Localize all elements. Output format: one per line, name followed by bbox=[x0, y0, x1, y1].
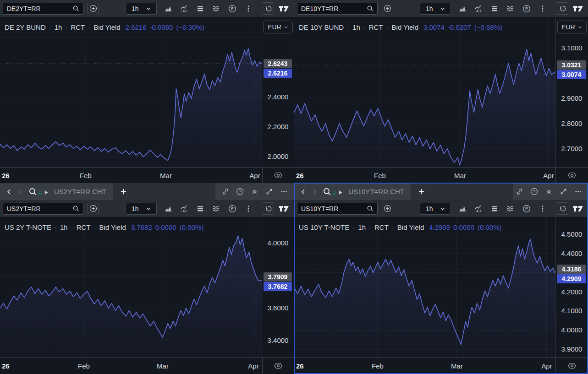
collapse-button[interactable] bbox=[543, 185, 555, 198]
chart-legend[interactable]: US 2Y T-NOTE·1h·RCT·Bid Yield3.76820.000… bbox=[5, 223, 203, 231]
symbol-name: US 10Y T-NOTE bbox=[299, 223, 349, 231]
price-scale[interactable]: 4.00003.60003.40003.79093.7682 bbox=[262, 217, 294, 357]
currency-button[interactable]: EUR bbox=[557, 21, 587, 33]
indicators-button[interactable] bbox=[178, 3, 190, 15]
more-options-button[interactable] bbox=[537, 3, 549, 15]
new-tab-button[interactable] bbox=[120, 188, 127, 195]
indicators-button[interactable] bbox=[473, 3, 484, 15]
chart-style-button[interactable] bbox=[456, 3, 468, 15]
tab-title[interactable]: US2YT=RR CHT bbox=[54, 188, 106, 195]
price-chart[interactable] bbox=[294, 17, 555, 167]
add-symbol-button[interactable] bbox=[88, 3, 99, 14]
time-scale[interactable]: 26FebMarApr bbox=[294, 357, 555, 374]
link-button[interactable] bbox=[513, 185, 526, 198]
time-scale[interactable]: 26FebMarApr bbox=[0, 357, 262, 374]
undo-button[interactable] bbox=[262, 2, 274, 15]
tab-title[interactable]: US10YT=RR CHT bbox=[348, 188, 404, 195]
undo-button[interactable] bbox=[556, 2, 568, 15]
price-chart[interactable] bbox=[0, 217, 262, 357]
help-button[interactable]: ? bbox=[528, 185, 540, 198]
tradingview-logo[interactable] bbox=[279, 5, 290, 12]
collapse-button[interactable] bbox=[248, 185, 261, 198]
e-circle-icon: E bbox=[522, 5, 531, 13]
price-scale[interactable]: 4.50004.40004.20004.10004.00003.90004.31… bbox=[555, 217, 588, 357]
time-scale[interactable]: 26FebMarApr bbox=[294, 167, 555, 183]
legend-field: Bid Yield bbox=[93, 23, 120, 31]
compare-button[interactable] bbox=[210, 203, 222, 215]
link-icon bbox=[516, 188, 523, 195]
interval-value: 1h bbox=[426, 5, 433, 12]
chart-style-button[interactable] bbox=[162, 3, 174, 15]
separator-dot: · bbox=[363, 23, 366, 31]
tradingview-logo[interactable] bbox=[573, 205, 584, 212]
tab-search-button[interactable] bbox=[323, 187, 343, 196]
compare-button[interactable] bbox=[505, 3, 517, 15]
chart-legend[interactable]: DE 2Y BUND·1h·RCT·Bid Yield2.6216-0.0080… bbox=[5, 23, 204, 31]
toolbar-icons: E bbox=[162, 203, 254, 215]
symbol-search-input[interactable]: US10YT=RR bbox=[297, 203, 378, 215]
price-scale[interactable]: EUR 3.10002.90002.80002.70003.03213.0074 bbox=[555, 17, 588, 167]
forward-button[interactable] bbox=[15, 186, 26, 198]
chart-style-button[interactable] bbox=[456, 203, 468, 215]
time-label: 26 bbox=[296, 171, 304, 179]
scale-settings-button[interactable] bbox=[555, 167, 588, 183]
tradingview-logo[interactable] bbox=[573, 5, 584, 12]
price-chart[interactable] bbox=[294, 217, 555, 357]
events-button[interactable]: E bbox=[521, 3, 533, 15]
symbol-search-input[interactable]: DE10YT=RR bbox=[297, 3, 378, 15]
templates-button[interactable] bbox=[489, 3, 500, 15]
chart-legend[interactable]: DE 10Y BUND·1h·RCT·Bid Yield3.0074-0.020… bbox=[299, 23, 502, 31]
compare-button[interactable] bbox=[210, 3, 222, 15]
back-button[interactable] bbox=[298, 186, 309, 198]
chart-style-button[interactable] bbox=[162, 203, 174, 215]
add-symbol-button[interactable] bbox=[382, 3, 393, 14]
overflow-menu-button[interactable] bbox=[278, 185, 290, 198]
forward-button[interactable] bbox=[309, 186, 320, 198]
legend-source: RCT bbox=[374, 223, 389, 231]
price-chart[interactable] bbox=[0, 17, 262, 167]
templates-button[interactable] bbox=[194, 203, 206, 215]
events-button[interactable]: E bbox=[521, 203, 533, 215]
tradingview-logo[interactable] bbox=[279, 205, 290, 212]
indicators-button[interactable] bbox=[473, 203, 484, 215]
more-options-button[interactable] bbox=[242, 3, 254, 15]
price-scale[interactable]: EUR 2.40002.20002.00002.62432.6216 bbox=[262, 17, 294, 167]
interval-select[interactable]: 1h bbox=[126, 3, 157, 15]
undo-button[interactable] bbox=[262, 202, 274, 215]
interval-select[interactable]: 1h bbox=[420, 203, 451, 215]
symbol-name: DE 2Y BUND bbox=[5, 23, 46, 31]
interval-select[interactable]: 1h bbox=[126, 203, 157, 215]
more-options-button[interactable] bbox=[242, 203, 254, 215]
symbol-search-input[interactable]: DE2YT=RR bbox=[3, 3, 83, 15]
symbol-search-input[interactable]: US2YT=RR bbox=[3, 203, 83, 215]
scale-settings-button[interactable] bbox=[262, 167, 294, 183]
svg-text:E: E bbox=[231, 6, 234, 11]
help-button[interactable]: ? bbox=[234, 185, 246, 198]
new-tab-button[interactable] bbox=[418, 188, 425, 195]
chart-legend[interactable]: US 10Y T-NOTE·1h·RCT·Bid Yield4.29090.00… bbox=[299, 223, 502, 231]
time-scale[interactable]: 26FebMarApr bbox=[0, 167, 262, 183]
tab-search-button[interactable] bbox=[28, 187, 49, 196]
compare-button[interactable] bbox=[505, 203, 517, 215]
add-symbol-button[interactable] bbox=[88, 203, 99, 214]
scale-settings-button[interactable] bbox=[555, 357, 588, 374]
scale-settings-button[interactable] bbox=[262, 357, 294, 374]
overflow-menu-button[interactable] bbox=[572, 185, 584, 198]
link-button[interactable] bbox=[219, 185, 231, 198]
currency-button[interactable]: EUR bbox=[263, 21, 293, 33]
undo-button[interactable] bbox=[556, 202, 568, 215]
kebab-icon bbox=[244, 205, 253, 213]
events-button[interactable]: E bbox=[226, 203, 238, 215]
interval-select[interactable]: 1h bbox=[420, 3, 451, 15]
more-options-button[interactable] bbox=[537, 203, 549, 215]
last-price-label: 4.3186 bbox=[557, 265, 586, 274]
events-button[interactable]: E bbox=[226, 3, 238, 15]
fullscreen-button[interactable] bbox=[557, 185, 570, 198]
hexagon-eye-icon bbox=[274, 172, 283, 179]
templates-button[interactable] bbox=[489, 203, 500, 215]
templates-button[interactable] bbox=[194, 3, 206, 15]
indicators-button[interactable] bbox=[178, 203, 190, 215]
back-button[interactable] bbox=[4, 186, 15, 198]
fullscreen-button[interactable] bbox=[263, 185, 275, 198]
add-symbol-button[interactable] bbox=[382, 203, 393, 214]
